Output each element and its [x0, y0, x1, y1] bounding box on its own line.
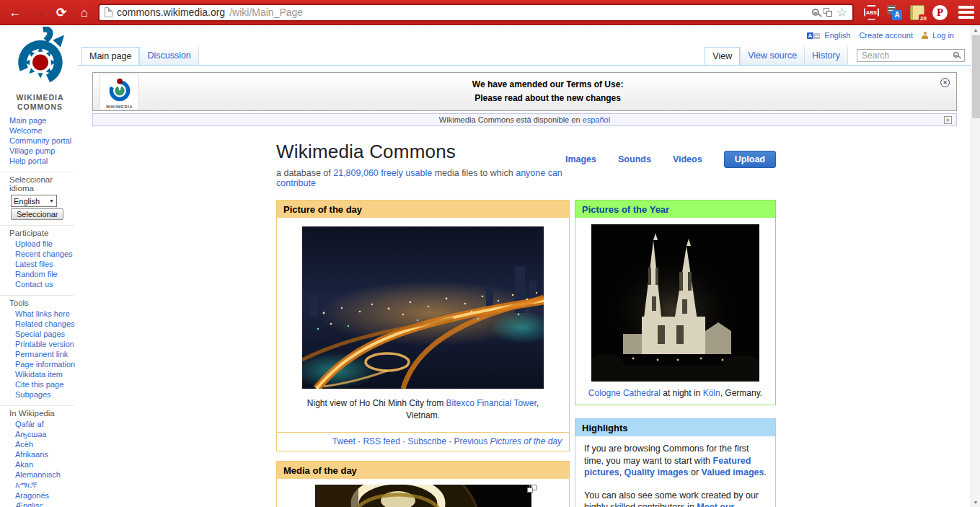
rss-feed-link[interactable]: RSS feed — [363, 436, 399, 446]
sidebar-participate-section: Participate Upload file Recent changes L… — [0, 225, 74, 295]
search-icon[interactable] — [953, 52, 959, 58]
sidebar-nav-section: Main page Welcome Community portal Villa… — [0, 112, 78, 172]
interlang-link[interactable]: Acèh — [15, 440, 72, 449]
notes-extension-icon[interactable]: 20 — [910, 5, 924, 20]
tab-bar: Main page Discussion View View source Hi… — [78, 47, 971, 66]
media-type-nav: Images Sounds Videos Upload — [565, 151, 776, 168]
log-in-link[interactable]: Log in — [932, 31, 954, 40]
bookmark-star-icon[interactable]: ☆ — [836, 6, 847, 19]
commons-logo-icon — [7, 27, 74, 90]
highlights-header: Highlights — [575, 419, 775, 436]
file-count-link[interactable]: 21,809,060 freely usable — [333, 168, 432, 178]
commons-logo[interactable]: WIKIMEDIA COMMONS — [6, 27, 74, 112]
cologne-cathedral-link[interactable]: Cologne Cathedral — [588, 388, 661, 398]
url-path[interactable]: /wiki/Main_Page — [229, 6, 303, 18]
quality-images-link[interactable]: Quality images — [624, 467, 689, 477]
interlang-link[interactable]: አማርኛ — [15, 480, 72, 490]
previous-potd-link[interactable]: Previous Pictures of the day — [454, 436, 562, 446]
tab-view[interactable]: View — [705, 47, 740, 65]
interface-language-link[interactable]: English — [824, 31, 850, 40]
user-icon — [922, 32, 928, 39]
sidebar-item-latest-files[interactable]: Latest files — [15, 260, 72, 268]
fullscreen-icon[interactable] — [527, 485, 537, 493]
pinterest-extension-icon[interactable]: P — [932, 5, 948, 20]
interlang-link[interactable]: Afrikaans — [15, 450, 72, 459]
dismiss-icon[interactable]: ✕ — [944, 116, 952, 124]
tab-history[interactable]: History — [804, 47, 848, 65]
sidebar-item-help-portal[interactable]: Help portal — [9, 156, 76, 165]
translate-page-icon[interactable] — [824, 8, 832, 17]
adblock-extension-icon[interactable]: ABS — [864, 5, 879, 20]
tweet-link[interactable]: Tweet — [332, 436, 356, 446]
sidebar-item-wikidata-item[interactable]: Wikidata item — [15, 370, 72, 379]
page-title: Wikimedia Commons — [276, 141, 565, 163]
content-columns: Picture of the day — [276, 200, 776, 507]
sidebar-item-special-pages[interactable]: Special pages — [15, 330, 72, 338]
url-host[interactable]: commons.wikimedia.org — [117, 6, 225, 18]
poty-image[interactable] — [591, 224, 759, 382]
motd-video-thumbnail[interactable] — [315, 485, 531, 507]
seleccionar-button[interactable]: Seleccionar — [11, 208, 63, 220]
tagline: a database of 21,809,060 freely usable m… — [276, 168, 565, 188]
subscribe-link[interactable]: Subscribe — [408, 436, 446, 446]
address-bar[interactable]: commons.wikimedia.org/wiki/Main_Page ☆ — [98, 4, 854, 22]
scrollbar-thumb[interactable] — [972, 35, 980, 118]
forward-icon[interactable]: → — [29, 6, 48, 19]
create-account-link[interactable]: Create account — [859, 31, 913, 40]
sidebar-item-related-changes[interactable]: Related changes — [15, 319, 72, 328]
poty-header-link[interactable]: Pictures of the Year — [575, 200, 775, 218]
reload-icon[interactable]: ⟳ — [52, 6, 71, 19]
potd-image[interactable] — [302, 226, 544, 389]
sounds-link[interactable]: Sounds — [618, 154, 651, 164]
images-link[interactable]: Images — [565, 154, 596, 164]
page-scrollbar[interactable]: ▲ ▼ — [971, 25, 980, 507]
commons-logo-text: WIKIMEDIA COMMONS — [6, 93, 74, 112]
interlang-link[interactable]: Akan — [15, 460, 72, 469]
tab-discussion[interactable]: Discussion — [139, 47, 198, 65]
scroll-up-icon[interactable]: ▲ — [971, 25, 980, 35]
sidebar: Main page Welcome Community portal Villa… — [0, 112, 78, 507]
right-tabs-cluster: View View source History — [705, 47, 971, 65]
sidebar-item-printable-version[interactable]: Printable version — [15, 340, 72, 348]
home-icon[interactable]: ⌂ — [75, 6, 94, 19]
sidebar-item-subpages[interactable]: Subpages — [15, 390, 72, 399]
sidebar-item-page-information[interactable]: Page information — [15, 360, 72, 369]
sidebar-item-upload-file[interactable]: Upload file — [15, 239, 72, 248]
language-select[interactable]: English ▼ — [11, 195, 57, 207]
back-icon[interactable]: ← — [6, 6, 25, 19]
interlang-link[interactable]: Ænglisc — [15, 501, 72, 507]
interlang-link[interactable]: Alemannisch — [15, 470, 72, 479]
motd-body — [277, 479, 569, 507]
extension-icons: ABS A 20 P — [858, 5, 974, 20]
browser-menu-icon[interactable] — [958, 6, 974, 19]
videos-link[interactable]: Videos — [673, 154, 702, 164]
sidebar-item-welcome[interactable]: Welcome — [9, 126, 76, 135]
sidebar-item-contact-us[interactable]: Contact us — [15, 280, 72, 288]
koln-link[interactable]: Köln — [703, 388, 720, 398]
interlang-link[interactable]: Aragonés — [15, 491, 72, 500]
language-selector-label: Seleccionar idioma — [9, 175, 72, 193]
sidebar-item-random-file[interactable]: Random file — [15, 270, 72, 278]
highlights-paragraph-1: If you are browsing Commons for the firs… — [584, 443, 767, 479]
interlang-link[interactable]: Аҧсшәа — [15, 430, 72, 438]
sidebar-item-recent-changes[interactable]: Recent changes — [15, 250, 72, 258]
search-input[interactable] — [857, 49, 965, 62]
tab-main-page[interactable]: Main page — [81, 47, 139, 65]
scroll-down-icon[interactable]: ▼ — [971, 498, 980, 507]
zoom-icon[interactable] — [812, 9, 819, 16]
close-icon[interactable]: ✕ — [940, 78, 950, 87]
interlang-link[interactable]: Qafár af — [15, 420, 72, 428]
translate-extension-icon[interactable]: A — [887, 5, 902, 20]
bitexco-link[interactable]: Bitexco Financial Tower — [446, 398, 537, 408]
upload-button[interactable]: Upload — [724, 151, 776, 168]
sidebar-item-permanent-link[interactable]: Permanent link — [15, 350, 72, 358]
valued-images-link[interactable]: Valued images — [702, 467, 764, 477]
sidebar-item-cite-this-page[interactable]: Cite this page — [15, 380, 72, 389]
sidebar-item-village-pump[interactable]: Village pump — [9, 146, 76, 155]
poty-body: Cologne Cathedral at night in Köln, Germ… — [575, 218, 775, 405]
espanol-link[interactable]: español — [583, 115, 611, 124]
sidebar-item-main-page[interactable]: Main page — [9, 116, 76, 125]
sidebar-item-what-links-here[interactable]: What links here — [15, 309, 72, 318]
sidebar-item-community-portal[interactable]: Community portal — [9, 136, 76, 145]
tab-view-source[interactable]: View source — [740, 47, 804, 65]
